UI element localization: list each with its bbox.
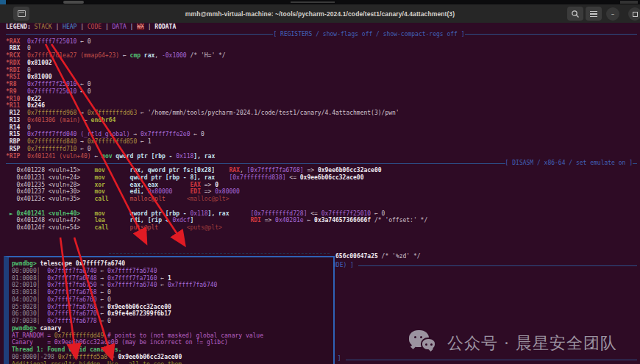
- wechat-icon: [409, 330, 440, 357]
- terminal-line: 0x401231 <vuln+24> mov qword ptr [rbp - …: [6, 174, 637, 182]
- telescope-canary-output: pwndbg> telescope 0x7ffff7fa674000:0000│…: [12, 260, 328, 364]
- maximize-icon: [633, 12, 638, 17]
- terminal-line: R13 0x401306 (main) ← endbr64: [6, 117, 637, 124]
- terminal-line: 0x401248 <vuln+47> lea rdi, [rip + 0xdcf…: [6, 217, 637, 224]
- section-divider: [ DISASM / x86-64 / set emulate on ]: [6, 160, 637, 167]
- top-bar-app-indicator: [63, 1, 84, 4]
- terminal-line: RSP 0x7fffffffd710 ← 0: [6, 146, 637, 153]
- divider-line-fragment: [346, 360, 637, 360]
- section-divider: [ REGISTERS / show-flags off / show-comp…: [6, 31, 637, 38]
- terminal-line: Thread 1: Found valid canaries.: [12, 346, 328, 354]
- watermark: 公众号 · 晨星安全团队: [409, 328, 639, 359]
- hamburger-menu-icon: [590, 11, 597, 17]
- search-icon: [571, 10, 580, 18]
- terminal-line: *R9 0x7ffff7f25010 ← 0: [6, 88, 637, 96]
- terminal-line: *RIP 0x401241 (vuln+40) ← mov qword ptr …: [6, 153, 637, 160]
- terminal-screen[interactable]: LEGEND: STACK | HEAP | CODE | DATA | WX …: [0, 23, 640, 364]
- divider-line-fragment: [358, 265, 637, 266]
- terminal-line: 0x40123c <vuln+35> call malloc@plt <mall…: [6, 196, 637, 203]
- maximize-button[interactable]: [628, 7, 640, 21]
- terminal-window-icon: [18, 10, 26, 17]
- terminal-line: *RSI 0x81000: [6, 74, 637, 81]
- terminal-line: RBP 0x7fffffffd840 → 0x7fffffffd850 ← 1: [6, 138, 637, 146]
- terminal-line: *R10 0x22: [6, 96, 637, 103]
- minimize-icon: –: [611, 10, 615, 18]
- terminal-line: 00:0000│-298 0x7fffffffd5a8 ← 0x9ee6b06c…: [12, 354, 328, 361]
- top-bar-status-icons: [620, 1, 638, 4]
- terminal-line: 06:0030│ 0x7ffff7fa6770 ← 0x9fe4e872399f…: [12, 310, 328, 318]
- search-button[interactable]: [567, 7, 583, 21]
- terminal-line: *R11 0x246: [6, 102, 637, 110]
- terminal-line: ► 0x401241 <vuln+40> mov qword ptr [rbp …: [6, 210, 637, 218]
- terminal-line: R12 0x7fffffffd968 → 0x7fffffffdd63 ← '/…: [6, 110, 637, 117]
- terminal-line-fragment: 656c00647a25 /* '%zd' */: [335, 253, 421, 260]
- terminal-line: 0x401228 <vuln+15> mov rax, qword ptr fs…: [6, 167, 637, 174]
- terminal-line: 04:0020│ 0x7ffff7fa6760 ← 0: [12, 296, 328, 304]
- screenshot-root: { "window": { "title": "mmh@mmh-virtual-…: [0, 0, 640, 364]
- terminal-line: RBX 0: [6, 45, 637, 52]
- new-tab-button[interactable]: [13, 7, 29, 21]
- terminal-line-fragment: ODE) ]: [333, 262, 354, 269]
- terminal-line: 01:0008│ 0x7ffff7fa6748 → 0x7ffff7fa7160…: [12, 275, 328, 282]
- terminal-line: AT_RANDOM = 0x7fffffffdd49 # points to (…: [12, 332, 328, 340]
- terminal-line: pwndbg> telescope 0x7ffff7fa6740: [12, 260, 328, 268]
- hidden-divider-fragment: [109, 253, 330, 254]
- terminal-line: *RDX 0x81002: [6, 60, 637, 67]
- terminal-line: 03:0018│ 0x7ffff7fa6758 ← 0: [12, 289, 328, 296]
- terminal-line: R14 0: [6, 124, 637, 132]
- terminal-line: R15 0x7ffff7ffd040 (_rtld_global) → 0x7f…: [6, 131, 637, 138]
- pwndbg-context-output: LEGEND: STACK | HEAP | CODE | DATA | WX …: [6, 24, 637, 232]
- top-bar-clock-area: [291, 1, 335, 3]
- terminal-line: 0x401237 <vuln+30> mov edi, 0x80000 EDI …: [6, 188, 637, 196]
- terminal-line: 0x40124f <vuln+54> call puts@plt <puts@p…: [6, 224, 637, 232]
- terminal-line: Additional results hidden. Use --all to …: [12, 361, 328, 364]
- terminal-line: 05:0028│ 0x7ffff7fa6768 ← 0x9ee6b06cc32a…: [12, 304, 328, 311]
- terminal-titlebar: mmh@mmh-virtual-machine: ~/tools/pycharm…: [0, 4, 640, 23]
- menu-button[interactable]: [586, 7, 602, 21]
- terminal-line: *RDI 0: [6, 67, 637, 74]
- window-title: mmh@mmh-virtual-machine: ~/tools/pycharm…: [0, 10, 640, 18]
- terminal-line: 0x401235 <vuln+28> xor eax, eax EAX => 0: [6, 182, 637, 189]
- terminal-line: [6, 203, 637, 210]
- terminal-line: pwndbg> canary: [12, 325, 328, 332]
- terminal-line: *RAX 0x7ffff7f25010 ← 0: [6, 38, 637, 46]
- terminal-line: *R8 0x7ffff7f25010 ← 0: [6, 81, 637, 88]
- terminal-line: *RCX 0x7ffff7d1ea27 (mmap64+23) ← cmp ra…: [6, 52, 637, 60]
- terminal-line: 07:0038│ 0x7ffff7fa6778 ← 0: [12, 318, 328, 325]
- terminal-line: Canary = 0x9ee6b06cc32ace00 (may be inco…: [12, 339, 328, 346]
- pasted-terminal-window: pwndbg> telescope 0x7ffff7fa674000:0000│…: [4, 256, 335, 364]
- minimize-button[interactable]: –: [606, 7, 619, 21]
- terminal-line: 00:0000│ 0x7ffff7fa6740 ← 0x7ffff7fa6740: [12, 268, 328, 275]
- terminal-line: LEGEND: STACK | HEAP | CODE | DATA | WX …: [6, 24, 637, 31]
- terminal-line: 02:0010│ 0x7ffff7fa6750 → 0x7ffff7fa6740…: [12, 282, 328, 289]
- watermark-text: 公众号 · 晨星安全团队: [447, 332, 617, 354]
